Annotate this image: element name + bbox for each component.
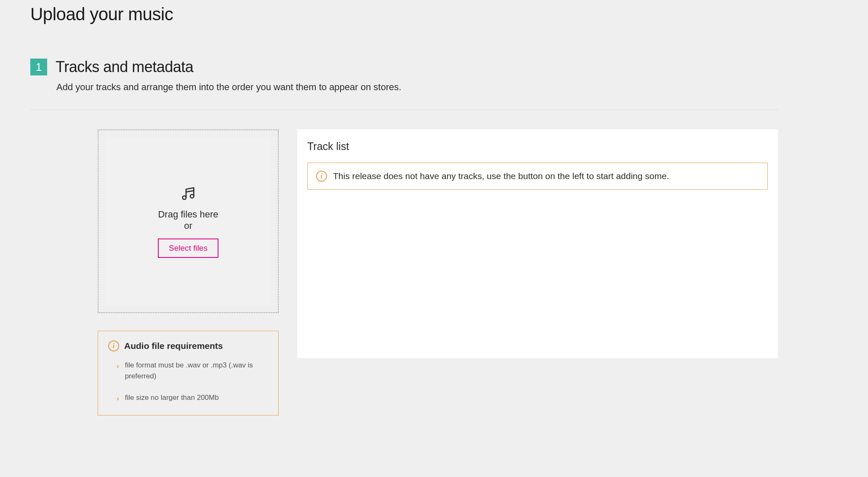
audio-requirements-panel: i Audio file requirements › file format … <box>98 331 279 415</box>
track-list-panel: Track list i This release does not have … <box>297 129 778 358</box>
music-note-icon <box>180 185 197 204</box>
info-icon: i <box>108 340 119 351</box>
requirements-title: Audio file requirements <box>124 341 223 351</box>
step-title: Tracks and metadata <box>56 58 193 76</box>
list-item: › file format must be .wav or .mp3 (.wav… <box>117 360 268 381</box>
empty-tracks-notice: i This release does not have any tracks,… <box>307 163 768 190</box>
svg-line-2 <box>186 190 194 192</box>
dropzone-inner: Drag files here or Select files <box>105 137 271 305</box>
info-icon: i <box>316 171 327 182</box>
chevron-right-icon: › <box>117 393 119 404</box>
chevron-right-icon: › <box>117 361 119 372</box>
step-number-badge: 1 <box>30 59 47 75</box>
select-files-button[interactable]: Select files <box>158 238 218 258</box>
requirements-list: › file format must be .wav or .mp3 (.wav… <box>108 360 268 404</box>
list-item: › file size no larger than 200Mb <box>117 392 268 404</box>
step-subtitle: Add your tracks and arrange them into th… <box>56 82 778 93</box>
section-divider <box>30 110 778 110</box>
page-title: Upload your music <box>30 4 778 24</box>
step-header: 1 Tracks and metadata <box>30 58 778 76</box>
svg-point-0 <box>183 196 186 199</box>
file-dropzone[interactable]: Drag files here or Select files <box>98 129 279 313</box>
empty-tracks-message: This release does not have any tracks, u… <box>333 171 669 181</box>
dropzone-label: Drag files here or <box>158 209 218 232</box>
track-list-title: Track list <box>307 140 768 153</box>
svg-point-1 <box>190 194 194 198</box>
